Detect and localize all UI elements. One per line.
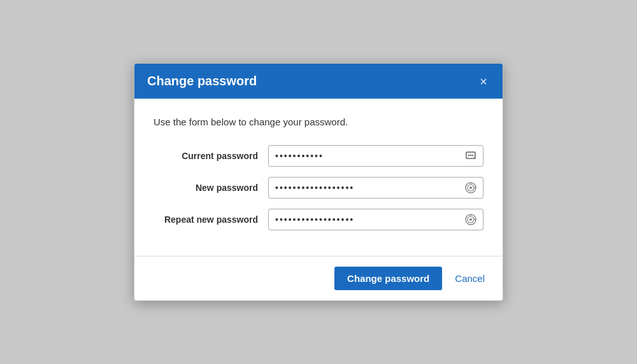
repeat-new-password-group: Repeat new password xyxy=(154,209,483,230)
svg-point-2 xyxy=(468,155,470,157)
change-password-button[interactable]: Change password xyxy=(334,267,442,290)
new-password-input[interactable] xyxy=(268,177,483,199)
dialog-title: Change password xyxy=(147,74,257,88)
new-password-label: New password xyxy=(154,183,268,193)
current-password-input[interactable] xyxy=(268,145,483,167)
fingerprint-icon-2[interactable] xyxy=(463,212,478,227)
dialog-header: Change password × xyxy=(134,64,503,99)
dialog-body: Use the form below to change your passwo… xyxy=(134,99,503,256)
new-password-group: New password xyxy=(154,177,483,199)
current-password-label: Current password xyxy=(154,151,268,161)
dialog-footer: Change password Cancel xyxy=(134,256,503,300)
repeat-new-password-input[interactable] xyxy=(268,209,483,230)
change-password-dialog: Change password × Use the form below to … xyxy=(134,63,503,301)
current-password-wrapper xyxy=(268,145,483,167)
cancel-button[interactable]: Cancel xyxy=(450,267,490,290)
fingerprint-icon[interactable] xyxy=(463,180,478,195)
svg-rect-5 xyxy=(474,157,476,159)
dialog-overlay: Change password × Use the form below to … xyxy=(0,0,637,364)
svg-point-13 xyxy=(469,218,472,221)
svg-point-3 xyxy=(470,155,472,157)
repeat-new-password-wrapper xyxy=(268,209,483,230)
svg-point-8 xyxy=(469,186,472,189)
svg-point-4 xyxy=(472,155,474,157)
current-password-group: Current password xyxy=(154,145,483,167)
close-button[interactable]: × xyxy=(477,75,490,88)
new-password-wrapper xyxy=(268,177,483,199)
dialog-description: Use the form below to change your passwo… xyxy=(154,116,483,127)
key-icon[interactable] xyxy=(463,148,478,164)
repeat-new-password-label: Repeat new password xyxy=(154,214,268,225)
